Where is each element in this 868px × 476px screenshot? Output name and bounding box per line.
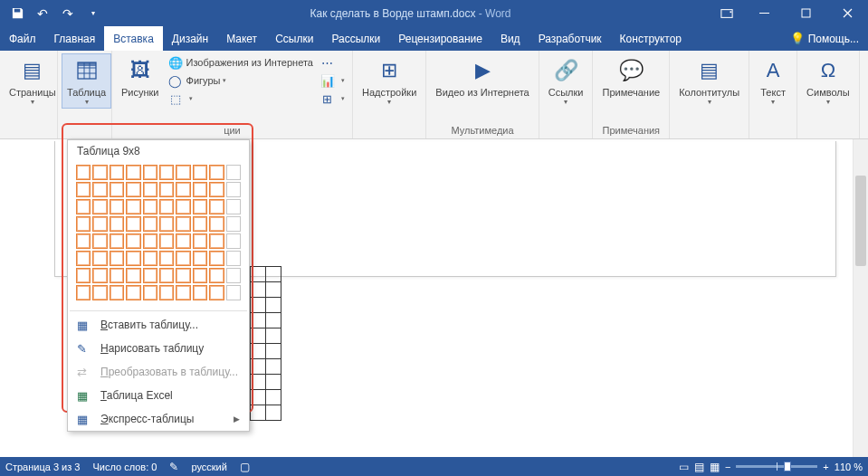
table-grid-cell[interactable] bbox=[143, 285, 157, 300]
qat-customize-button[interactable]: ▾ bbox=[81, 3, 105, 24]
macro-indicator[interactable]: ▢ bbox=[240, 461, 250, 473]
insert-table-item[interactable]: ▦Вставить таблицу... bbox=[68, 313, 249, 337]
table-grid-cell[interactable] bbox=[143, 233, 157, 249]
table-grid-cell[interactable] bbox=[76, 268, 91, 283]
table-grid-cell[interactable] bbox=[159, 216, 174, 232]
table-grid-cell[interactable] bbox=[110, 268, 124, 283]
zoom-handle[interactable] bbox=[784, 462, 791, 471]
table-grid-cell[interactable] bbox=[92, 165, 107, 180]
tab-review[interactable]: Рецензирование bbox=[389, 26, 491, 51]
table-grid-cell[interactable] bbox=[126, 216, 140, 232]
screenshot2-button[interactable]: ⊞▾ bbox=[317, 90, 348, 108]
table-grid-cell[interactable] bbox=[110, 165, 124, 180]
table-grid-cell[interactable] bbox=[76, 233, 91, 249]
table-grid-cell[interactable] bbox=[159, 199, 174, 214]
illustrations-overflow[interactable]: ⋯ bbox=[317, 53, 348, 71]
table-grid-cell[interactable] bbox=[126, 199, 140, 214]
table-grid-cell[interactable] bbox=[176, 285, 190, 300]
close-button[interactable] bbox=[826, 0, 868, 26]
table-grid-cell[interactable] bbox=[193, 216, 207, 232]
table-grid-cell[interactable] bbox=[76, 251, 91, 266]
table-grid-cell[interactable] bbox=[176, 233, 190, 249]
table-grid-cell[interactable] bbox=[76, 182, 91, 197]
table-grid-cell[interactable] bbox=[76, 285, 91, 300]
table-grid-cell[interactable] bbox=[126, 285, 140, 300]
table-grid-cell[interactable] bbox=[159, 233, 174, 249]
table-grid-cell[interactable] bbox=[159, 165, 174, 180]
tab-references[interactable]: Ссылки bbox=[266, 26, 322, 51]
table-grid-cell[interactable] bbox=[226, 233, 241, 249]
online-video-button[interactable]: ▶Видео из Интернета bbox=[430, 53, 534, 100]
web-layout-button[interactable]: ▦ bbox=[710, 461, 720, 473]
table-grid-cell[interactable] bbox=[193, 233, 207, 249]
table-grid-cell[interactable] bbox=[159, 251, 174, 266]
table-grid-cell[interactable] bbox=[209, 216, 224, 232]
language-indicator[interactable]: русский bbox=[191, 462, 226, 472]
ribbon-options-button[interactable] bbox=[711, 0, 743, 26]
symbols-button[interactable]: ΩСимволы▾ bbox=[801, 53, 855, 109]
table-grid-cell[interactable] bbox=[126, 165, 140, 180]
zoom-level[interactable]: 110 % bbox=[835, 462, 863, 472]
table-grid-cell[interactable] bbox=[193, 251, 207, 266]
addins-button[interactable]: ⊞Надстройки▾ bbox=[357, 53, 422, 109]
table-grid-cell[interactable] bbox=[209, 251, 224, 266]
table-grid-cell[interactable] bbox=[209, 233, 224, 249]
zoom-out-button[interactable]: − bbox=[725, 462, 730, 472]
quick-tables-item[interactable]: ▦Экспресс-таблицы▶ bbox=[68, 407, 249, 431]
table-grid-cell[interactable] bbox=[76, 199, 91, 214]
table-grid-cell[interactable] bbox=[209, 268, 224, 283]
table-grid-cell[interactable] bbox=[209, 165, 224, 180]
zoom-slider[interactable] bbox=[736, 465, 817, 468]
table-grid-cell[interactable] bbox=[193, 268, 207, 283]
screenshot-button[interactable]: 📊▾ bbox=[317, 71, 348, 90]
undo-button[interactable]: ↶ bbox=[31, 3, 54, 24]
tab-design[interactable]: Дизайн bbox=[163, 26, 217, 51]
tab-developer[interactable]: Разработчик bbox=[529, 26, 611, 51]
scrollbar-thumb[interactable] bbox=[855, 176, 866, 266]
tab-layout[interactable]: Макет bbox=[217, 26, 266, 51]
table-grid-cell[interactable] bbox=[176, 165, 190, 180]
table-grid-cell[interactable] bbox=[92, 233, 107, 249]
table-grid-cell[interactable] bbox=[110, 251, 124, 266]
table-grid-cell[interactable] bbox=[126, 182, 140, 197]
table-grid-cell[interactable] bbox=[159, 268, 174, 283]
header-footer-button[interactable]: ▤Колонтитулы▾ bbox=[673, 53, 745, 109]
tab-file[interactable]: Файл bbox=[0, 26, 45, 51]
table-grid-cell[interactable] bbox=[159, 285, 174, 300]
table-grid-cell[interactable] bbox=[76, 165, 91, 180]
tab-tabletools-design[interactable]: Конструктор bbox=[611, 26, 691, 51]
table-grid-cell[interactable] bbox=[126, 233, 140, 249]
minimize-button[interactable] bbox=[743, 0, 785, 26]
excel-table-item[interactable]: ▦Таблица Excel bbox=[68, 384, 249, 407]
table-grid-cell[interactable] bbox=[226, 216, 241, 232]
table-grid-cell[interactable] bbox=[226, 165, 241, 180]
table-button[interactable]: Таблица▾ bbox=[62, 53, 111, 109]
table-grid-cell[interactable] bbox=[209, 199, 224, 214]
table-grid-cell[interactable] bbox=[143, 199, 157, 214]
tab-home[interactable]: Главная bbox=[45, 26, 105, 51]
table-grid-cell[interactable] bbox=[159, 182, 174, 197]
save-button[interactable] bbox=[5, 3, 29, 24]
word-count[interactable]: Число слов: 0 bbox=[92, 462, 157, 472]
table-grid-cell[interactable] bbox=[126, 268, 140, 283]
table-grid-cell[interactable] bbox=[76, 216, 91, 232]
table-grid-cell[interactable] bbox=[143, 251, 157, 266]
read-mode-button[interactable]: ▭ bbox=[679, 461, 689, 473]
table-grid-cell[interactable] bbox=[226, 268, 241, 283]
table-grid-cell[interactable] bbox=[110, 233, 124, 249]
table-grid-cell[interactable] bbox=[110, 182, 124, 197]
table-grid-cell[interactable] bbox=[143, 165, 157, 180]
table-grid-cell[interactable] bbox=[110, 199, 124, 214]
tab-mailings[interactable]: Рассылки bbox=[322, 26, 389, 51]
table-grid-cell[interactable] bbox=[92, 251, 107, 266]
maximize-button[interactable] bbox=[785, 0, 826, 26]
table-grid-cell[interactable] bbox=[143, 182, 157, 197]
table-grid-cell[interactable] bbox=[176, 182, 190, 197]
table-grid-cell[interactable] bbox=[226, 251, 241, 266]
pages-button[interactable]: ▤Страницы▾ bbox=[4, 53, 62, 109]
print-layout-button[interactable]: ▤ bbox=[694, 461, 704, 473]
table-grid-cell[interactable] bbox=[92, 216, 107, 232]
redo-button[interactable]: ↷ bbox=[56, 3, 80, 24]
table-grid-cell[interactable] bbox=[92, 268, 107, 283]
vertical-scrollbar[interactable] bbox=[853, 139, 868, 457]
